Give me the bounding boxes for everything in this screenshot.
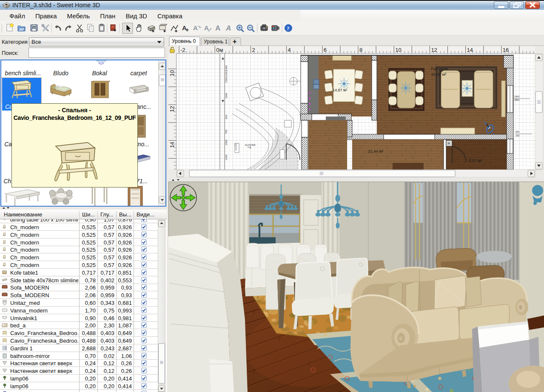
svg-text:2500: 2500 (225, 139, 228, 145)
svg-text:10: 10 (169, 70, 175, 76)
svg-text:150: 150 (516, 134, 519, 137)
svg-text:Гостиная: Гостиная (431, 66, 448, 71)
svg-text:14: 14 (467, 47, 473, 53)
svg-text:8: 8 (359, 47, 362, 53)
svg-text:+4,470: +4,470 (235, 144, 237, 151)
svg-text:2: 2 (252, 47, 255, 53)
svg-text:0х15/300: 0х15/300 (245, 144, 256, 146)
svg-text:600: 600 (516, 131, 519, 133)
svg-text:12: 12 (169, 106, 175, 112)
svg-text:14,87 м²: 14,87 м² (333, 88, 347, 92)
svg-text:A: A (204, 24, 209, 31)
svg-text:Я: Я (447, 142, 450, 145)
svg-text:1500x1501: 1500x1501 (225, 70, 228, 82)
svg-text:2460: 2460 (225, 154, 228, 160)
svg-text:+: + (233, 38, 236, 45)
svg-text:Уровень 1: Уровень 1 (204, 39, 228, 45)
svg-text:21,44 м²: 21,44 м² (368, 149, 383, 153)
svg-text:?: ? (287, 25, 290, 31)
svg-text:960: 960 (225, 114, 228, 119)
svg-text:16: 16 (503, 47, 509, 53)
svg-text:A: A (225, 24, 231, 32)
svg-text:Уровень 0: Уровень 0 (172, 38, 196, 44)
svg-text:10: 10 (395, 47, 401, 53)
svg-text:14: 14 (169, 142, 175, 148)
svg-text:42,02 м²: 42,02 м² (431, 72, 446, 77)
svg-text:6: 6 (324, 47, 327, 53)
svg-text:785: 785 (225, 129, 228, 134)
svg-text:A: A (182, 24, 187, 31)
svg-text:2400: 2400 (225, 65, 228, 71)
svg-text:2850: 2850 (514, 99, 519, 101)
svg-text:4: 4 (288, 47, 291, 53)
svg-text:3960: 3960 (225, 93, 228, 99)
svg-text:A: A (215, 24, 220, 32)
svg-text:8,57 м²: 8,57 м² (469, 158, 482, 163)
svg-text:1900: 1900 (514, 95, 519, 98)
svg-text:12: 12 (431, 47, 437, 53)
svg-text:A: A (193, 24, 198, 31)
